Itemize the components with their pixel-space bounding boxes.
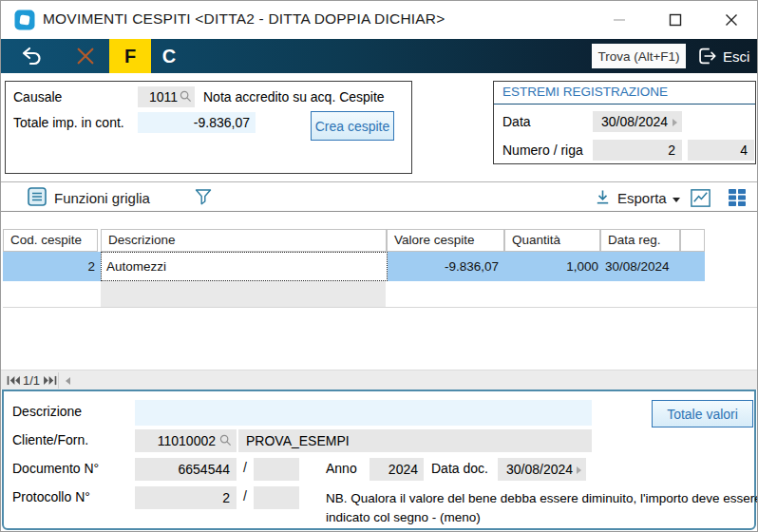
esporta-dropdown-caret-icon[interactable] (673, 198, 680, 202)
column-header-valore-cespite[interactable]: Valore cespite (387, 229, 504, 252)
documento-bis-field[interactable] (254, 458, 299, 481)
cliente-code-field[interactable]: 11010002 (135, 429, 237, 452)
cell-data-reg: 30/08/2024 (605, 252, 700, 281)
table-row[interactable]: 2 Automezzi -9.836,07 1,000 30/08/2024 (3, 252, 705, 281)
next-row-descrizione-cell (101, 281, 386, 307)
anno-label: Anno (326, 461, 357, 476)
window-title: MOVIMENTI CESPITI <DITTA2 - DITTA DOPPIA… (43, 10, 445, 28)
nb-note-line2: indicato col segno - (meno) (326, 510, 481, 524)
title-bar: MOVIMENTI CESPITI <DITTA2 - DITTA DOPPIA… (1, 1, 757, 39)
anno-field[interactable]: 2024 (370, 458, 424, 481)
documento-numero-field[interactable]: 6654544 (135, 458, 237, 481)
nb-note-line1: NB. Qualora il valore del bene debba ess… (326, 491, 758, 505)
first-page-icon[interactable] (6, 375, 21, 386)
funzioni-griglia-button[interactable] (28, 187, 47, 206)
data-doc-label: Data doc. (431, 461, 488, 476)
trova-button[interactable]: Trova (Alt+F1) (592, 44, 686, 68)
column-header-descrizione[interactable]: Descrizione (101, 229, 387, 252)
protocollo-label: Protocollo N° (12, 489, 90, 504)
descrizione-input[interactable] (135, 400, 592, 426)
filter-icon[interactable] (193, 186, 214, 207)
page-indicator: 1/1 (23, 373, 40, 388)
detail-panel: Descrizione Totale valori Cliente/Forn. … (2, 390, 756, 530)
protocollo-numero-field[interactable]: 2 (135, 486, 237, 509)
cell-descrizione-active[interactable]: Automezzi (101, 252, 388, 281)
cliente-name-field[interactable]: PROVA_ESEMPI (238, 429, 592, 452)
search-icon[interactable] (219, 434, 232, 446)
grid-divider (3, 307, 757, 308)
close-icon (725, 13, 738, 27)
numero-riga-label: Numero / riga (502, 142, 583, 158)
esporta-button[interactable]: Esporta (617, 190, 667, 206)
data-label: Data (502, 114, 531, 129)
esci-button[interactable]: Esci (695, 44, 749, 68)
cell-cod-cespite: 2 (3, 252, 95, 281)
column-header-empty (680, 229, 705, 252)
causale-code-field[interactable]: 1011 (138, 86, 195, 107)
maximize-icon (669, 13, 682, 27)
f-mode-button[interactable]: F (109, 39, 151, 73)
grid-view-icon[interactable] (727, 187, 748, 208)
estremi-title: ESTREMI REGISTRAZIONE (494, 82, 755, 104)
causale-description: Nota accredito su acq. Cespite (203, 89, 385, 104)
estremi-panel: ESTREMI REGISTRAZIONE Data 30/08/2024 Nu… (493, 81, 756, 164)
column-header-cod-cespite[interactable]: Cod. cespite (3, 229, 98, 252)
totale-valori-button[interactable]: Totale valori (652, 400, 753, 428)
c-mode-button[interactable]: C (153, 39, 185, 73)
totale-imp-label: Totale imp. in cont. (13, 115, 124, 130)
list-icon (28, 187, 47, 206)
main-toolbar: F C Trova (Alt+F1) Esci (1, 39, 757, 73)
data-registrazione-field[interactable]: 30/08/2024 (593, 111, 682, 132)
chart-icon[interactable] (690, 187, 711, 209)
crea-cespite-button[interactable]: Crea cespite (311, 111, 394, 141)
exit-icon (695, 45, 718, 67)
grid-toolbar-bottom-border (1, 211, 757, 212)
riga-field[interactable]: 4 (688, 140, 754, 161)
maximize-button[interactable] (654, 1, 697, 39)
grid-toolbar-top-border (1, 181, 757, 182)
numero-field[interactable]: 2 (593, 140, 682, 161)
causale-label: Causale (13, 89, 62, 104)
minimize-button[interactable] (597, 1, 641, 39)
calendar-arrow-icon[interactable] (673, 119, 677, 126)
causale-panel: Causale 1011 Nota accredito su acq. Cesp… (5, 81, 412, 174)
documento-label: Documento N° (12, 461, 99, 476)
calendar-arrow-icon[interactable] (577, 466, 581, 474)
scroll-left-icon[interactable] (64, 376, 71, 386)
protocollo-separator: / (243, 488, 247, 504)
data-doc-field[interactable]: 30/08/2024 (498, 458, 586, 481)
cell-quantita: 1,000 (504, 252, 598, 281)
download-icon[interactable] (594, 188, 612, 206)
esci-label: Esci (723, 48, 749, 65)
documento-separator: / (243, 460, 247, 475)
minimize-icon (613, 13, 626, 27)
descrizione-label: Descrizione (12, 404, 82, 419)
cell-valore-cespite: -9.836,07 (387, 252, 499, 281)
totale-imp-field[interactable]: -9.836,07 (138, 112, 256, 133)
last-page-icon[interactable] (43, 375, 58, 386)
cliente-forn-label: Cliente/Forn. (12, 432, 88, 447)
column-header-data-reg[interactable]: Data reg. (600, 229, 680, 252)
protocollo-bis-field[interactable] (254, 486, 299, 509)
delete-x-icon[interactable] (75, 46, 96, 66)
app-window: MOVIMENTI CESPITI <DITTA2 - DITTA DOPPIA… (0, 0, 758, 532)
grid-pager: 1/1 (1, 370, 757, 390)
pager-separator (58, 372, 59, 389)
undo-icon[interactable] (18, 45, 45, 67)
column-header-quantita[interactable]: Quantità (504, 229, 600, 252)
close-button[interactable] (710, 1, 753, 39)
search-icon[interactable] (180, 90, 192, 103)
funzioni-griglia-label[interactable]: Funzioni griglia (54, 190, 150, 206)
app-logo-icon (14, 10, 35, 30)
